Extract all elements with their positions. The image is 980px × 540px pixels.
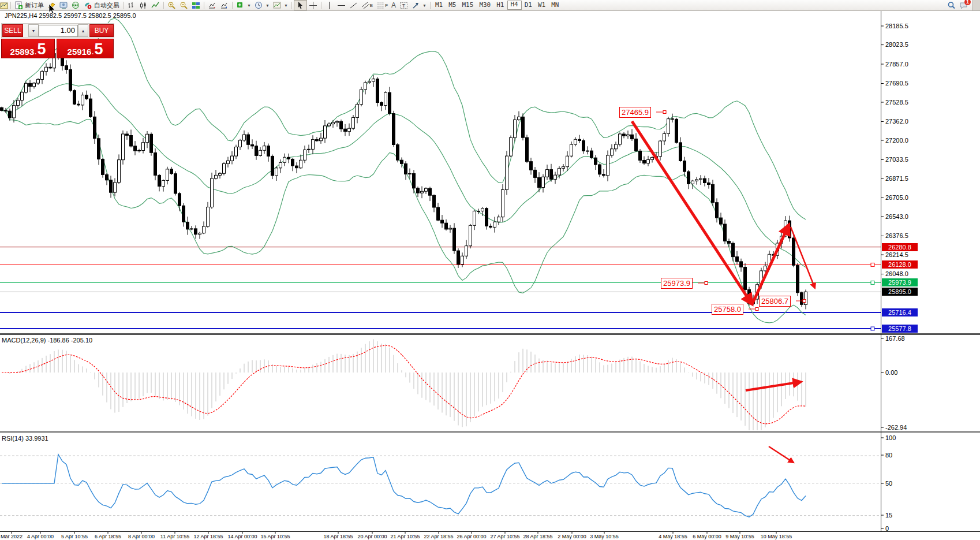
crosshair-icon — [309, 1, 317, 10]
time-tick-label: 11 Apr 10:55 — [160, 534, 189, 539]
zoom-out-button[interactable] — [178, 1, 190, 10]
time-tick-label: 6 Apr 18:55 — [95, 534, 121, 539]
time-tick-label: 5 Apr 10:55 — [61, 534, 88, 539]
svg-text:T: T — [402, 3, 406, 9]
candle-chart-button[interactable] — [137, 1, 149, 10]
fibonacci-icon — [376, 1, 385, 10]
crosshair-tool-button[interactable] — [307, 1, 319, 10]
autotrade-icon — [84, 1, 92, 10]
trendline-tool-button[interactable] — [347, 1, 360, 10]
text-tool-button[interactable]: A — [390, 1, 398, 10]
time-tick-label: 6 May 00:00 — [693, 534, 721, 539]
buy-price-big-digit: 5 — [94, 42, 103, 57]
line-chart-button[interactable] — [149, 1, 162, 10]
price-tick: 26376.5 — [885, 232, 908, 239]
price-tick: 28023.5 — [885, 41, 908, 48]
buy-button[interactable]: BUY — [89, 24, 114, 37]
candle-chart-icon — [139, 1, 148, 10]
volume-decrease-button[interactable]: ▼ — [28, 24, 39, 37]
price-tag: 26280.8 — [882, 243, 918, 251]
hline-tool-button[interactable] — [335, 1, 347, 10]
timeframe-h1[interactable]: H1 — [493, 1, 507, 9]
tile-windows-button[interactable] — [190, 1, 202, 10]
timeframe-m30[interactable]: M30 — [476, 1, 493, 9]
timeframe-w1[interactable]: W1 — [535, 1, 548, 9]
time-tick-label: 26 Apr 00:00 — [457, 534, 486, 539]
zoom-in-icon — [167, 1, 176, 10]
shapes-tool-button[interactable]: ▼ — [410, 1, 428, 10]
volume-increase-button[interactable]: ▲ — [78, 24, 88, 37]
macd-tick: 167.68 — [885, 335, 905, 342]
zoom-in-button[interactable] — [166, 1, 178, 10]
volume-input[interactable]: 1.00 — [39, 25, 78, 37]
chart-symbol-header: JPN225,H4 25982.5 25997.5 25802.5 25895.… — [5, 12, 136, 19]
period-button[interactable]: ▼ — [253, 1, 271, 10]
toolbar-corner — [972, 0, 980, 10]
auto-trading-button[interactable]: 自动交易 — [82, 1, 121, 10]
buy-price-display[interactable]: 25916 . 5 — [57, 39, 114, 58]
price-tag: 25716.4 — [882, 308, 918, 316]
timeframe-m15[interactable]: M15 — [459, 1, 477, 9]
terminal-icon — [59, 1, 68, 10]
template-button[interactable]: ▼ — [271, 1, 290, 10]
add-indicator-button[interactable]: ▼ — [234, 1, 253, 10]
signal-icon — [72, 1, 80, 10]
timeframe-group: M1M5M15M30H1H4D1W1MN — [432, 1, 562, 10]
timeframe-mn[interactable]: MN — [548, 1, 562, 9]
fibonacci-tool-button[interactable]: F — [375, 1, 390, 10]
cursor-tool-button[interactable] — [294, 0, 307, 10]
timeframe-m5[interactable]: M5 — [446, 1, 459, 9]
search-button[interactable] — [945, 1, 957, 10]
buy-price-main: 25916 — [68, 47, 92, 57]
price-tick: 27033.5 — [885, 156, 908, 163]
sell-price-big-digit: 5 — [37, 42, 46, 57]
rsi-tick: 15 — [885, 512, 892, 519]
price-callout[interactable]: 27465.9 — [619, 107, 651, 118]
toolbar: 新订单 自动交易 — [0, 0, 980, 11]
notifications-button[interactable]: 1 — [957, 1, 970, 10]
line-chart-icon — [151, 1, 160, 10]
price-callout[interactable]: 25973.9 — [661, 278, 693, 289]
price-tick: 26543.0 — [885, 213, 908, 220]
time-tick-label: 8 Apr 00:00 — [128, 534, 155, 539]
bar-chart-icon — [127, 1, 136, 10]
time-tick-label: 10 May 18:55 — [761, 534, 792, 539]
chart-canvas[interactable] — [0, 0, 980, 540]
sell-price-main: 25893 — [10, 47, 35, 57]
auto-trading-label: 自动交易 — [94, 1, 119, 10]
price-tag: 25895.0 — [882, 288, 918, 296]
signal-button[interactable] — [70, 1, 82, 10]
chart-shift-button[interactable] — [206, 1, 218, 10]
chart-autoscroll-button[interactable] — [218, 1, 230, 10]
bar-chart-button[interactable] — [125, 1, 137, 10]
label-tool-button[interactable]: T — [398, 1, 410, 10]
time-tick-label: 20 Apr 00:00 — [357, 534, 387, 539]
label-icon: T — [399, 1, 408, 10]
timeframe-d1[interactable]: D1 — [522, 1, 535, 9]
new-order-icon — [14, 1, 23, 10]
timeframe-h4[interactable]: H4 — [507, 1, 522, 10]
channel-tool-button[interactable]: E — [360, 1, 375, 10]
time-tick-label: 15 Apr 10:55 — [260, 534, 290, 539]
vline-tool-button[interactable] — [323, 1, 335, 10]
price-tick: 27857.0 — [885, 61, 908, 68]
chart-window-icon[interactable] — [0, 1, 9, 10]
timeframe-m1[interactable]: M1 — [432, 1, 446, 9]
channel-icon — [361, 1, 370, 10]
sell-button[interactable]: SELL — [2, 24, 23, 37]
rsi-label: RSI(14) 33.9931 — [2, 435, 48, 442]
price-tick: 26214.5 — [885, 251, 908, 258]
mouse-cursor — [48, 3, 58, 15]
time-tick-label: 3 May 10:55 — [590, 534, 619, 539]
price-tick: 26048.0 — [885, 270, 908, 277]
price-callout[interactable]: 25806.7 — [759, 296, 791, 307]
tile-windows-icon — [192, 1, 200, 10]
new-order-button[interactable]: 新订单 — [13, 1, 46, 10]
sell-price-display[interactable]: 25893 . 5 — [1, 39, 55, 58]
chart-shift-icon — [208, 1, 216, 10]
price-callout[interactable]: 25758.0 — [712, 304, 743, 315]
period-icon — [255, 1, 263, 10]
price-tag: 25973.9 — [882, 278, 918, 286]
terminal-button[interactable] — [58, 1, 70, 10]
one-click-trading-panel: SELL ▼ 1.00 ▲ BUY 25893 . 5 25916 . 5 — [1, 23, 114, 58]
